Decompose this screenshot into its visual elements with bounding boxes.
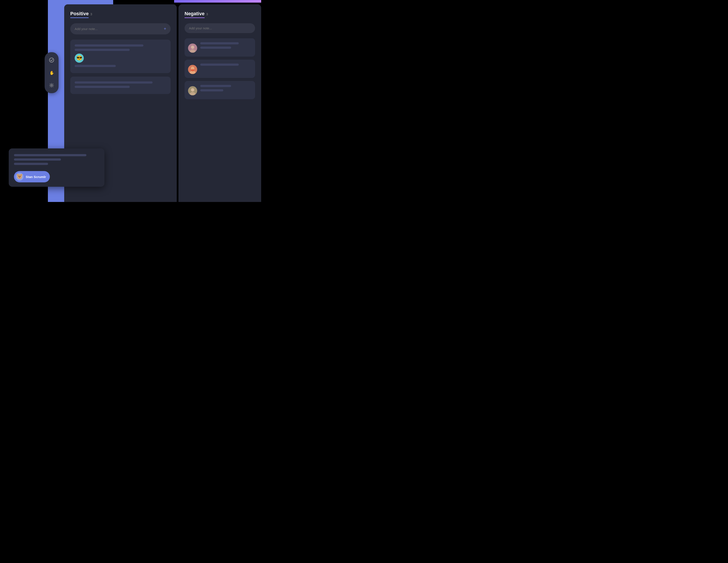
card-line (75, 49, 130, 51)
positive-add-button[interactable]: + (164, 26, 166, 31)
positive-count: 3 (90, 12, 92, 16)
card-line (75, 44, 143, 47)
card-line (200, 47, 231, 49)
svg-point-14 (191, 88, 194, 91)
negative-card-2 (185, 60, 255, 78)
negative-note-input[interactable] (189, 26, 251, 30)
negative-count: 3 (206, 12, 208, 16)
sidebar-icons-panel: ✋ (45, 52, 59, 93)
positive-card-2 (70, 77, 171, 94)
svg-point-22 (20, 176, 21, 177)
card-line (200, 89, 223, 91)
card-line (75, 81, 153, 84)
card-line (14, 163, 48, 165)
neg-card-content (200, 42, 252, 51)
check-icon[interactable] (48, 56, 55, 64)
card-line (200, 42, 239, 44)
card-line (14, 154, 86, 156)
positive-title: Positive (70, 11, 89, 18)
svg-point-19 (17, 174, 18, 176)
card-line (75, 86, 130, 88)
negative-card-1 (185, 38, 255, 57)
user-badge: Stan Scrumlr (14, 171, 50, 182)
svg-point-21 (18, 176, 19, 177)
card-line (200, 64, 239, 66)
svg-point-20 (21, 174, 22, 176)
top-gradient-bar (174, 0, 261, 3)
svg-point-10 (191, 69, 194, 71)
svg-point-2 (51, 85, 52, 86)
avatar (188, 44, 197, 53)
positive-header: Positive 3 (70, 11, 171, 18)
user-badge-name: Stan Scrumlr (26, 175, 46, 179)
neg-card-content (200, 64, 252, 68)
avatar (188, 86, 197, 95)
svg-point-6 (191, 46, 194, 49)
negative-title: Negative (185, 11, 205, 18)
settings-icon[interactable] (48, 81, 55, 89)
negative-header: Negative 3 (185, 11, 255, 18)
positive-card-1: 😎 (70, 40, 171, 73)
svg-text:✋: ✋ (49, 71, 54, 75)
card-line (75, 65, 116, 67)
avatar: 😎 (75, 54, 84, 63)
user-badge-avatar (16, 173, 24, 181)
negative-note-input-wrap[interactable] (185, 23, 255, 33)
negative-card-3 (185, 81, 255, 99)
card-line (14, 158, 61, 161)
floating-card: Stan Scrumlr (9, 148, 104, 187)
negative-column: Negative 3 (178, 4, 261, 202)
card-line (200, 85, 231, 87)
avatar (188, 65, 197, 74)
svg-point-0 (49, 58, 54, 62)
positive-note-input[interactable] (75, 27, 164, 31)
svg-point-24 (19, 177, 20, 178)
wave-icon[interactable]: ✋ (48, 69, 55, 77)
positive-note-input-wrap[interactable]: + (70, 23, 171, 34)
neg-card-content (200, 85, 252, 94)
